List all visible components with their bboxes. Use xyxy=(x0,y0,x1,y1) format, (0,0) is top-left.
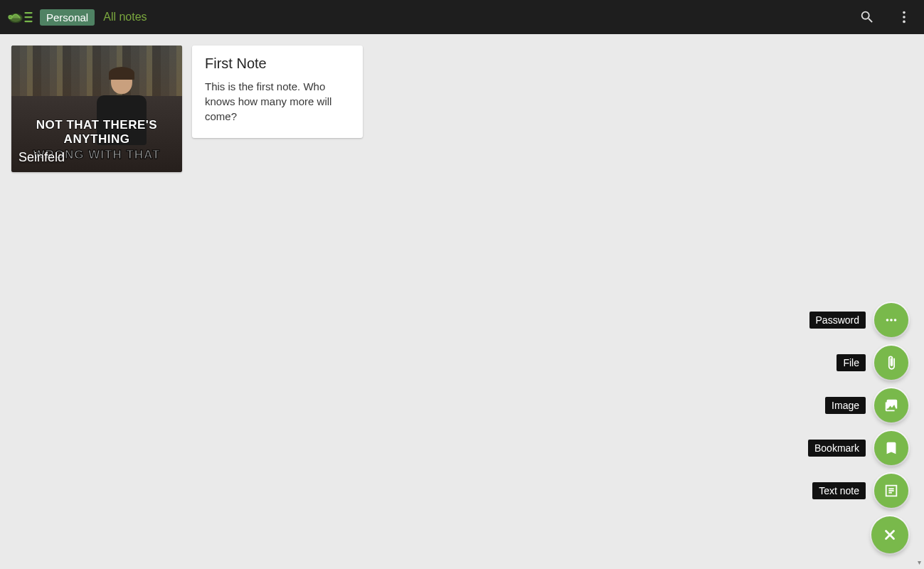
fab-textnote-button[interactable] xyxy=(874,474,908,508)
fab-file-button[interactable] xyxy=(874,346,908,380)
svg-point-8 xyxy=(886,319,889,321)
scroll-hint-icon: ▾ xyxy=(918,558,921,566)
fab-close-button[interactable] xyxy=(871,516,908,553)
fab-password-button[interactable] xyxy=(874,303,908,337)
search-icon[interactable] xyxy=(857,7,877,27)
note-title: First Note xyxy=(205,55,350,72)
note-card-text[interactable]: First Note This is the first note. Who k… xyxy=(192,46,363,138)
fab-label-bookmark: Bookmark xyxy=(808,440,866,457)
svg-point-7 xyxy=(903,21,906,23)
meme-caption-line1: NOT THAT THERE'S ANYTHING xyxy=(11,118,182,147)
bookmark-icon xyxy=(883,440,899,456)
more-vert-icon[interactable] xyxy=(894,7,914,27)
close-icon xyxy=(882,527,898,543)
fab-label-image: Image xyxy=(825,397,866,414)
fab-image-button[interactable] xyxy=(874,388,908,422)
svg-point-5 xyxy=(903,11,906,14)
note-card-image[interactable]: NOT THAT THERE'S ANYTHING WRONG WITH THA… xyxy=(11,46,182,172)
topbar: Personal All notes xyxy=(0,0,924,34)
note-title: Seinfeld xyxy=(18,150,65,165)
dots-horizontal-icon xyxy=(883,312,899,328)
app-logo-icon[interactable] xyxy=(7,7,33,27)
svg-point-10 xyxy=(894,319,897,321)
notes-grid: NOT THAT THERE'S ANYTHING WRONG WITH THA… xyxy=(0,34,924,184)
svg-point-1 xyxy=(9,16,12,19)
paperclip-icon xyxy=(883,355,899,371)
note-body: This is the first note. Who knows how ma… xyxy=(205,79,350,124)
note-icon xyxy=(883,483,899,499)
space-chip[interactable]: Personal xyxy=(40,9,95,26)
fab-label-textnote: Text note xyxy=(812,482,866,499)
fab-label-file: File xyxy=(837,354,866,371)
fab-label-password: Password xyxy=(809,312,866,329)
image-icon xyxy=(883,398,899,413)
fab-stack: Password File Image Bookmark Text note xyxy=(808,303,908,553)
svg-point-9 xyxy=(890,319,893,321)
svg-point-6 xyxy=(903,16,906,18)
fab-bookmark-button[interactable] xyxy=(874,431,908,465)
note-image: NOT THAT THERE'S ANYTHING WRONG WITH THA… xyxy=(11,46,182,172)
breadcrumb[interactable]: All notes xyxy=(103,11,147,23)
